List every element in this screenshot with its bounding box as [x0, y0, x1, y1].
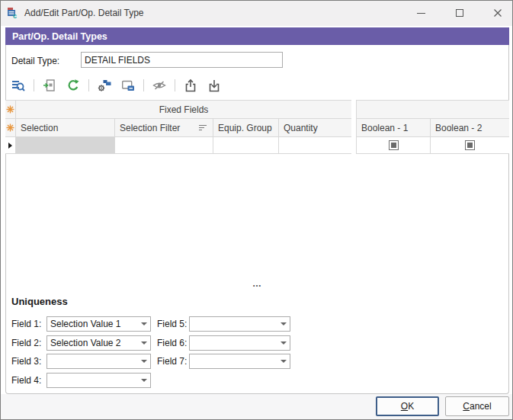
column-header-row: Selection Selection Filter Equip. Group …	[5, 119, 351, 137]
form-view-button[interactable]	[41, 77, 58, 94]
field-5-label: Field 5:	[157, 319, 187, 329]
sort-filter-icon[interactable]	[199, 125, 207, 130]
field-7-label: Field 7:	[157, 356, 187, 367]
dropdown-arrow-icon	[138, 336, 150, 350]
settings-flow-icon	[97, 78, 112, 93]
current-row-arrow-icon	[8, 143, 12, 149]
refresh-button[interactable]	[65, 77, 82, 94]
dropdown-arrow-icon	[138, 374, 150, 387]
band-header-row: Fixed Fields	[5, 101, 351, 119]
maximize-button[interactable]	[444, 1, 475, 25]
grid-search-button[interactable]	[10, 77, 27, 94]
field-7-combo[interactable]	[189, 354, 290, 369]
maximize-icon	[456, 9, 463, 17]
indicator-header-cell	[5, 119, 16, 137]
minimize-icon	[417, 13, 425, 14]
dropdown-arrow-icon	[277, 317, 290, 331]
indicator-header-cell	[5, 101, 16, 119]
cell-quantity[interactable]	[279, 137, 351, 154]
close-button[interactable]	[483, 1, 513, 25]
boolean-1-checkbox[interactable]	[389, 140, 399, 150]
column-header-boolean-2[interactable]: Boolean - 2	[431, 119, 509, 137]
title-bar: c Add/Edit Part/Op. Detail Type	[1, 1, 513, 26]
form-view-icon	[42, 78, 57, 93]
splitter-handle[interactable]: …	[1, 278, 513, 289]
ok-label-rest: K	[408, 401, 414, 412]
column-header-selection-filter[interactable]: Selection Filter	[115, 119, 213, 137]
band-header-boolean	[357, 101, 509, 119]
dialog-window: c Add/Edit Part/Op. Detail Type Part/Op.…	[0, 0, 513, 420]
column-header-row: Boolean - 1 Boolean - 2	[357, 119, 509, 137]
column-header-equip-group[interactable]: Equip. Group	[213, 119, 279, 137]
toolbar-separator	[175, 79, 175, 91]
field-6-label: Field 6:	[157, 338, 187, 348]
band-header-fixed-fields[interactable]: Fixed Fields	[16, 101, 351, 119]
cell-boolean-2	[431, 137, 509, 154]
field-2-value: Selection Value 2	[47, 338, 138, 348]
app-logo-icon: c	[7, 7, 19, 19]
cancel-button[interactable]: Cancel	[445, 396, 509, 416]
cell-selection-filter[interactable]	[115, 137, 213, 154]
settings-flow-button[interactable]	[96, 77, 113, 94]
refresh-icon	[66, 78, 81, 93]
row-indicator-cell	[5, 137, 16, 154]
close-icon	[493, 8, 502, 18]
boolean-2-checkbox[interactable]	[465, 140, 475, 150]
field-6-combo[interactable]	[189, 335, 290, 351]
detail-type-input[interactable]	[81, 52, 283, 68]
dropdown-arrow-icon	[138, 317, 150, 331]
field-2-label: Field 2:	[11, 338, 41, 348]
column-header-selection-filter-label: Selection Filter	[120, 123, 180, 133]
import-icon	[207, 78, 222, 93]
grid-search-icon	[11, 78, 26, 93]
detail-type-label: Detail Type:	[11, 56, 59, 66]
hide-column-button[interactable]	[151, 77, 168, 94]
toolbar-separator	[143, 79, 144, 91]
card-layout-button[interactable]	[120, 77, 136, 94]
field-3-combo[interactable]	[46, 354, 151, 369]
card-layout-icon	[120, 78, 136, 93]
ok-button[interactable]: OK	[376, 396, 439, 416]
cell-selection[interactable]	[16, 137, 115, 154]
cell-boolean-1	[357, 137, 431, 154]
grid-data-row	[357, 137, 509, 154]
field-4-label: Field 4:	[11, 375, 41, 386]
cell-equip-group[interactable]	[213, 137, 279, 154]
cancel-accesskey: C	[463, 401, 470, 412]
ok-accesskey: O	[401, 401, 408, 412]
field-1-label: Field 1:	[11, 319, 41, 329]
indeterminate-mark	[391, 143, 396, 148]
export-button[interactable]	[182, 77, 199, 94]
detail-grid-fixed-band: Fixed Fields Selection Selection Filter …	[5, 100, 351, 154]
panel-header: Part/Op. Detail Types	[5, 27, 509, 45]
column-header-quantity[interactable]: Quantity	[279, 119, 351, 137]
dropdown-arrow-icon	[277, 336, 290, 350]
grid-data-row	[5, 137, 351, 154]
field-3-label: Field 3:	[11, 356, 41, 367]
cancel-label-rest: ancel	[470, 401, 492, 412]
svg-text:c: c	[13, 12, 17, 19]
field-4-combo[interactable]	[46, 373, 151, 388]
hide-column-icon	[152, 78, 167, 93]
footer-bar: OK Cancel	[1, 394, 513, 420]
field-5-combo[interactable]	[189, 316, 290, 332]
uniqueness-title: Uniqueness	[11, 296, 68, 307]
dropdown-arrow-icon	[138, 354, 150, 368]
field-1-value: Selection Value 1	[47, 319, 138, 329]
field-1-combo[interactable]: Selection Value 1	[46, 316, 151, 332]
orange-asterisk-icon	[6, 123, 14, 132]
column-header-selection[interactable]: Selection	[16, 119, 115, 137]
toolbar	[10, 77, 223, 94]
detail-grid-boolean-band: Boolean - 1 Boolean - 2	[356, 100, 509, 154]
indeterminate-mark	[467, 143, 473, 148]
field-2-combo[interactable]: Selection Value 2	[46, 335, 151, 351]
column-header-boolean-1[interactable]: Boolean - 1	[357, 119, 431, 137]
band-header-row	[357, 101, 509, 119]
import-button[interactable]	[206, 77, 223, 94]
export-icon	[183, 78, 198, 93]
window-title: Add/Edit Part/Op. Detail Type	[24, 8, 144, 18]
toolbar-separator	[34, 79, 34, 91]
orange-asterisk-icon	[6, 105, 14, 114]
minimize-button[interactable]	[406, 1, 436, 25]
toolbar-separator	[88, 79, 89, 91]
